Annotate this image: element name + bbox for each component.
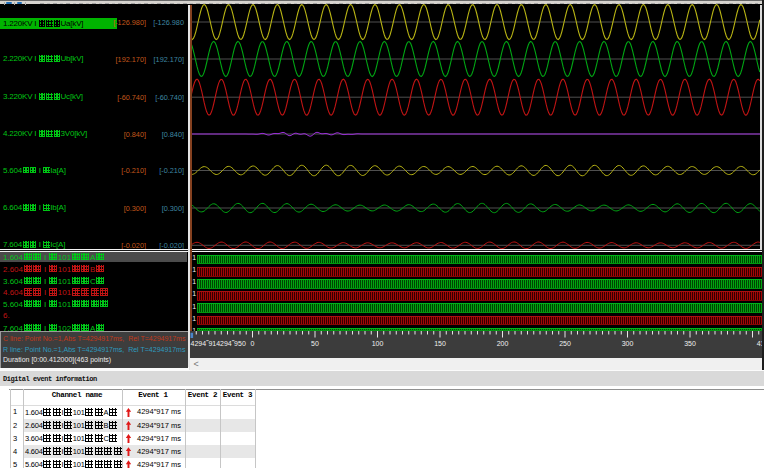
svg-text:4294˝914294˝950: 4294˝914294˝950 [190, 340, 245, 347]
svg-text:412: 412 [756, 340, 761, 347]
svg-text:0: 0 [250, 340, 254, 347]
svg-text:250: 250 [559, 340, 571, 347]
svg-text:150: 150 [434, 340, 446, 347]
svg-text:50: 50 [311, 340, 319, 347]
svg-text:350: 350 [684, 340, 696, 347]
svg-text:200: 200 [496, 340, 508, 347]
svg-text:100: 100 [371, 340, 383, 347]
svg-text:300: 300 [621, 340, 633, 347]
